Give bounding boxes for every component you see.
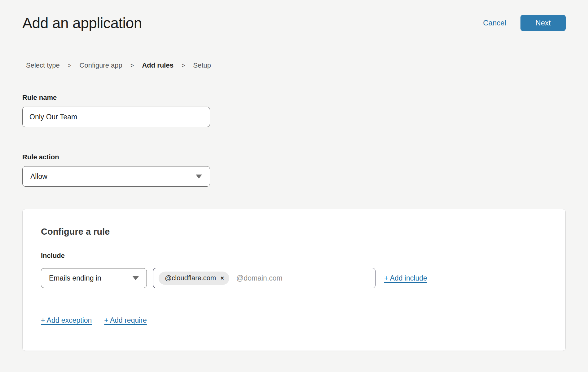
breadcrumb-step-select-type[interactable]: Select type xyxy=(26,61,60,69)
header: Add an application Cancel Next xyxy=(22,13,566,33)
breadcrumb-step-add-rules[interactable]: Add rules xyxy=(142,61,173,69)
next-button[interactable]: Next xyxy=(520,15,566,31)
configure-rule-card: Configure a rule Include Emails ending i… xyxy=(22,209,566,351)
include-selector-select[interactable]: Emails ending in xyxy=(41,268,147,288)
add-exception-link[interactable]: + Add exception xyxy=(41,316,92,325)
chevron-down-icon xyxy=(196,175,202,179)
add-application-page: Add an application Cancel Next Select ty… xyxy=(0,13,588,351)
breadcrumb-step-setup[interactable]: Setup xyxy=(193,61,211,69)
include-selector-value: Emails ending in xyxy=(49,274,101,282)
breadcrumb-separator: > xyxy=(130,62,134,69)
domain-input[interactable] xyxy=(236,274,371,282)
rule-name-input[interactable] xyxy=(22,107,210,127)
breadcrumb: Select type > Configure app > Add rules … xyxy=(22,61,566,69)
chevron-down-icon xyxy=(133,276,139,280)
add-include-link[interactable]: + Add include xyxy=(384,274,427,282)
rule-action-label: Rule action xyxy=(22,153,566,161)
breadcrumb-separator: > xyxy=(68,62,72,69)
header-actions: Cancel Next xyxy=(483,15,566,31)
breadcrumb-step-configure-app[interactable]: Configure app xyxy=(80,61,122,69)
email-domain-tag-input[interactable]: @cloudflare.com × xyxy=(153,268,375,288)
remove-tag-icon[interactable]: × xyxy=(220,275,224,281)
rule-name-label: Rule name xyxy=(22,94,566,102)
rule-links-row: + Add exception + Add require xyxy=(41,316,547,325)
email-domain-tag: @cloudflare.com × xyxy=(159,272,229,285)
rule-action-select[interactable]: Allow xyxy=(22,166,210,187)
email-domain-tag-label: @cloudflare.com xyxy=(165,274,216,282)
cancel-button[interactable]: Cancel xyxy=(483,19,506,27)
add-require-link[interactable]: + Add require xyxy=(104,316,147,325)
rule-action-value: Allow xyxy=(30,172,47,181)
include-rule-row: Emails ending in @cloudflare.com × + Add… xyxy=(41,268,547,288)
breadcrumb-separator: > xyxy=(182,62,185,69)
card-title: Configure a rule xyxy=(41,227,547,237)
page-title: Add an application xyxy=(22,15,142,32)
include-label: Include xyxy=(41,252,547,260)
